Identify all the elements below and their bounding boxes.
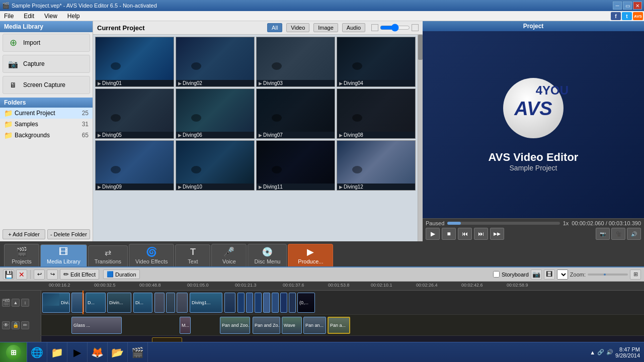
tab-text[interactable]: T Text xyxy=(175,244,210,266)
twitter-icon[interactable]: t xyxy=(622,12,632,20)
media-item-9[interactable]: ▶ Diving09 xyxy=(95,140,174,191)
tab-projects[interactable]: 🎬 Projects xyxy=(4,244,39,266)
folder-current-project[interactable]: 📁 Current Project 25 xyxy=(0,108,93,119)
tab-produce[interactable]: ▶ Produce... xyxy=(288,244,333,266)
filter-all-button[interactable]: All xyxy=(267,23,282,32)
taskbar-ie-icon[interactable]: 🌐 xyxy=(27,342,47,363)
filter-audio-button[interactable]: Audio xyxy=(342,23,365,32)
media-item-2[interactable]: ▶ Diving02 xyxy=(176,37,255,87)
start-button[interactable]: ⊞ xyxy=(0,342,27,363)
tab-disc-menu[interactable]: 💿 Disc Menu xyxy=(248,244,287,266)
size-slider[interactable] xyxy=(380,24,410,32)
camera-btn[interactable]: 📷 xyxy=(531,269,542,280)
taskbar-media-icon[interactable]: ▶ xyxy=(67,342,88,363)
video-clip-10[interactable] xyxy=(224,293,235,313)
menu-file[interactable]: File xyxy=(2,12,16,20)
effects-visible-button[interactable]: 👁 xyxy=(2,321,10,329)
media-item-7[interactable]: ▶ Diving07 xyxy=(256,88,335,139)
volume-icon[interactable]: 🔊 xyxy=(606,349,613,355)
prev-frame-button[interactable]: ⏮ xyxy=(458,228,472,240)
edit-effect-button[interactable]: ✏ Edit Effect xyxy=(60,269,99,280)
video-clip-11[interactable] xyxy=(237,293,245,313)
video-track-collapse[interactable]: ▲ xyxy=(12,299,20,307)
facebook-icon[interactable]: f xyxy=(611,12,621,20)
storyboard-checkbox[interactable] xyxy=(493,271,500,278)
menu-edit[interactable]: Edit xyxy=(22,12,36,20)
preview-progress-bar[interactable] xyxy=(447,222,559,225)
video-clip-7[interactable] xyxy=(166,293,175,313)
tab-video-effects[interactable]: 🌀 Video Effects xyxy=(129,244,174,266)
tab-transitions[interactable]: ⇄ Transitions xyxy=(88,245,128,266)
close-button[interactable]: ✕ xyxy=(633,2,642,10)
add-folder-button[interactable]: + Add Folder xyxy=(3,229,45,239)
fullscreen-button[interactable]: ▶▶ xyxy=(490,228,504,240)
video-track-resize[interactable]: ↕ xyxy=(21,299,29,307)
tray-expand-icon[interactable]: ▲ xyxy=(590,349,595,355)
video-clip-17[interactable] xyxy=(289,293,296,313)
taskbar-explorer-icon[interactable]: 📂 xyxy=(108,342,128,363)
effects-edit-button[interactable]: ✏ xyxy=(21,321,29,329)
snapshot-button[interactable]: 📷 xyxy=(596,228,610,240)
video-clip-14[interactable] xyxy=(263,293,270,313)
video-clip-4[interactable]: Divin... xyxy=(107,293,131,313)
effect-clip-wave[interactable]: Wave xyxy=(282,317,302,334)
filter-video-button[interactable]: Video xyxy=(286,23,309,32)
video-clip-18[interactable]: (0,... xyxy=(297,293,315,313)
video-clip-15[interactable] xyxy=(272,293,279,313)
folder-backgrounds[interactable]: 📁 Backgrounds 65 xyxy=(0,130,93,141)
video-clip-12[interactable] xyxy=(246,293,253,313)
media-scrollbar[interactable] xyxy=(418,35,423,241)
minimize-button[interactable]: ─ xyxy=(613,2,622,10)
scrollbar-thumb[interactable] xyxy=(418,35,423,60)
view-dropdown[interactable] xyxy=(557,269,568,280)
media-item-3[interactable]: ▶ Diving03 xyxy=(256,37,335,87)
fit-timeline-button[interactable]: ⊞ xyxy=(630,269,641,280)
delete-button[interactable]: ✕ xyxy=(16,269,27,280)
tab-media-library[interactable]: 🎞 Media Library xyxy=(40,244,87,266)
filter-image-button[interactable]: Image xyxy=(313,23,338,32)
preview-camera-button[interactable]: 🎥 xyxy=(611,228,625,240)
media-item-5[interactable]: ▶ Diving05 xyxy=(95,88,174,139)
taskbar-firefox-icon[interactable]: 🦊 xyxy=(88,342,108,363)
video-clip-16[interactable] xyxy=(280,293,287,313)
effect-clip-pan1[interactable]: Pan and Zoo... xyxy=(220,317,250,334)
video-clip-6[interactable] xyxy=(154,293,165,313)
media-item-12[interactable]: ▶ Diving12 xyxy=(337,140,416,191)
taskbar-video-editor-icon[interactable]: 🎬 xyxy=(128,342,148,363)
screen-capture-button[interactable]: 🖥 Screen Capture xyxy=(3,76,90,94)
tab-voice[interactable]: 🎤 Voice xyxy=(211,244,247,266)
video-clip-13[interactable] xyxy=(255,293,262,313)
delete-folder-button[interactable]: - Delete Folder xyxy=(47,229,90,239)
play-button[interactable]: ▶ xyxy=(426,228,440,240)
undo-button[interactable]: ↩ xyxy=(34,269,45,280)
video-clip-1[interactable]: Divi... xyxy=(42,293,70,313)
taskbar-folder-icon[interactable]: 📁 xyxy=(47,342,67,363)
video-clip-8[interactable] xyxy=(177,293,188,313)
import-button[interactable]: ⊕ Import xyxy=(3,34,90,52)
video-clip-3[interactable]: D... xyxy=(86,293,106,313)
effect-clip-glass[interactable]: Glass ... xyxy=(71,317,122,334)
effect-clip-pan4[interactable]: Pan a... xyxy=(328,317,350,334)
zoom-slider[interactable] xyxy=(588,274,628,276)
save-project-button[interactable]: 💾 xyxy=(3,269,14,280)
next-frame-button[interactable]: ⏭ xyxy=(474,228,488,240)
folder-samples[interactable]: 📁 Samples 31 xyxy=(0,119,93,130)
effect-clip-pan2[interactable]: Pan and Zo... xyxy=(253,317,280,334)
effect-clip-m[interactable]: M... xyxy=(180,317,191,334)
video-clip-5[interactable]: Di... xyxy=(133,293,152,313)
playhead[interactable] xyxy=(83,291,84,314)
menu-help[interactable]: Help xyxy=(65,12,82,20)
effect-clip-pan3[interactable]: Pan an... xyxy=(303,317,326,334)
restore-button[interactable]: ▭ xyxy=(623,2,632,10)
menu-view[interactable]: View xyxy=(42,12,59,20)
view-small-button[interactable] xyxy=(371,24,378,31)
media-item-1[interactable]: ▶ Diving01 xyxy=(95,37,174,87)
video-clip-9[interactable]: Diving1... xyxy=(190,293,222,313)
capture-button[interactable]: 📷 Capture xyxy=(3,55,90,73)
avs-icon[interactable]: AVS xyxy=(633,12,643,20)
stop-button[interactable]: ■ xyxy=(442,228,456,240)
media-item-11[interactable]: ▶ Diving11 xyxy=(256,140,335,191)
media-item-4[interactable]: ▶ Diving04 xyxy=(337,37,416,87)
film-btn[interactable]: 🎞 xyxy=(544,269,555,280)
redo-button[interactable]: ↪ xyxy=(47,269,58,280)
